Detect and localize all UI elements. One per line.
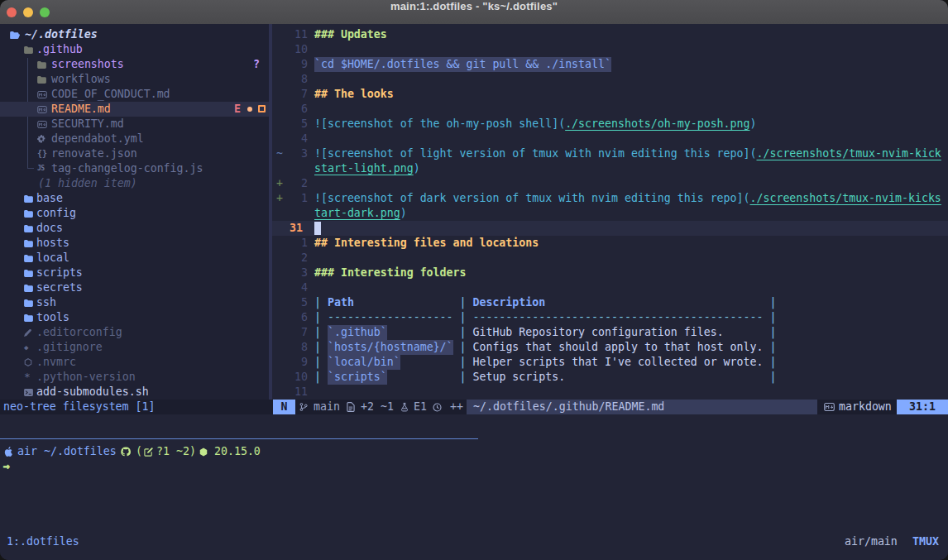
prompt-arrow-row[interactable]: → xyxy=(0,459,948,474)
line-number: 31 xyxy=(290,221,308,236)
editor-line[interactable]: 9| `local/bin` | Helper scripts that I'v… xyxy=(272,355,948,370)
tree-item-tools[interactable]: tools xyxy=(0,310,269,325)
tree-item-scripts[interactable]: scripts xyxy=(0,266,269,280)
editor-line[interactable]: tart-dark.png) xyxy=(272,206,948,221)
tree-item-label: docs xyxy=(36,221,63,236)
editor-line[interactable]: 8| `hosts/{hostname}/` | Configs that sh… xyxy=(272,340,948,355)
line-text: ![screenshot of dark version of tmux wit… xyxy=(314,191,941,206)
line-number: 5 xyxy=(290,295,308,310)
editor-line[interactable]: 5| Path | Description | xyxy=(272,295,948,310)
tree-item-secrets[interactable]: secrets xyxy=(0,280,269,295)
tree-item-hosts[interactable]: hosts xyxy=(0,236,269,251)
tree-item-label: add-submodules.sh xyxy=(36,385,149,400)
tree-item-local[interactable]: local xyxy=(0,251,269,266)
editor-line[interactable]: 10 xyxy=(272,42,948,57)
tree-item-workflows[interactable]: workflows xyxy=(0,72,269,87)
tree-item-gitignore[interactable]: ◆.gitignore xyxy=(0,340,269,355)
editor-line[interactable]: 1## Interesting files and locations xyxy=(272,236,948,251)
folder-open-icon xyxy=(10,31,20,39)
line-number: 10 xyxy=(290,370,308,385)
editor-line[interactable]: 7| `.github` | GitHub Repository configu… xyxy=(272,325,948,340)
window-titlebar: main:1:.dotfiles - "ks~/.dotfiles" xyxy=(0,0,948,24)
tree-item-dependabot-yml[interactable]: dependabot.yml xyxy=(0,132,269,146)
editor-line[interactable]: start-light.png) xyxy=(272,161,948,176)
tree-item-label: .python-version xyxy=(36,370,136,385)
editor-line[interactable]: 11 xyxy=(272,385,948,400)
editor-line[interactable]: 7## The looks xyxy=(272,87,948,102)
text-segment: | xyxy=(769,371,776,383)
line-text: | Path | Description | xyxy=(314,295,776,310)
tree-item-root[interactable]: ~/.dotfiles xyxy=(0,27,269,42)
flask-icon xyxy=(400,402,409,412)
editor-line[interactable]: +2 xyxy=(272,176,948,191)
editor-line[interactable]: 8 xyxy=(272,72,948,87)
line-number: 8 xyxy=(290,72,308,87)
text-segment: ## Interesting files and locations xyxy=(314,237,539,249)
tmux-label: TMUX xyxy=(912,534,939,549)
line-number: 11 xyxy=(290,27,308,42)
tree-item-label: .nvmrc xyxy=(36,355,76,370)
tmux-window-tab[interactable]: 1:.dotfiles xyxy=(7,534,79,549)
git-ignore-icon: ◆ xyxy=(24,340,28,355)
editor-line[interactable]: 11### Updates xyxy=(272,27,948,42)
text-segment: | xyxy=(769,341,776,353)
text-segment xyxy=(453,341,460,353)
editor-line[interactable]: 2 xyxy=(272,251,948,266)
tree-item-docs[interactable]: docs xyxy=(0,221,269,236)
diagnostics-section xyxy=(400,400,409,414)
text-segment: GitHub Repository configuration files. xyxy=(472,326,723,338)
tmux-session-name: air/main xyxy=(845,534,898,549)
editor-line[interactable]: ~3![screenshot of light version of tmux … xyxy=(272,146,948,161)
tree-item-code-of-conduct-md[interactable]: CODE_OF_CONDUCT.md xyxy=(0,87,269,102)
editor-line[interactable]: 5![screenshot of the oh-my-posh shell](.… xyxy=(272,117,948,132)
tmux-status-bar: 1:.dotfilesair/mainTMUX xyxy=(0,534,948,560)
text-segment: Helper scripts that I've collected or wr… xyxy=(472,356,763,368)
editor-line[interactable]: 4 xyxy=(272,132,948,146)
tree-item-1-hidden-item[interactable]: (1 hidden item) xyxy=(0,176,269,191)
line-text: ### Interesting folders xyxy=(314,266,466,280)
diagnostic-error-badge: E xyxy=(234,102,241,117)
tree-item-nvmrc[interactable]: .nvmrc xyxy=(0,355,269,370)
folder-icon xyxy=(24,240,33,247)
tree-item-editorconfig[interactable]: .editorconfig xyxy=(0,325,269,340)
editor-buffer[interactable]: 11### Updates109`cd $HOME/.dotfiles && g… xyxy=(272,24,948,400)
pen-icon xyxy=(24,329,31,337)
tree-item-add-submodules-sh[interactable]: add-submodules.sh xyxy=(0,385,269,400)
line-text: | ------------------- | ----------------… xyxy=(314,310,776,325)
tree-item-readme-md[interactable]: README.mdE xyxy=(0,102,269,117)
line-number: 2 xyxy=(290,176,308,191)
tree-item-renovate-json[interactable]: {}renovate.json xyxy=(0,146,269,161)
editor-line[interactable]: 6| ------------------- | ---------------… xyxy=(272,310,948,325)
text-segment: Path xyxy=(328,296,354,309)
text-segment: Description xyxy=(472,296,545,309)
tree-item-base[interactable]: base xyxy=(0,191,269,206)
editor-line[interactable]: 3### Interesting folders xyxy=(272,266,948,280)
editor-line[interactable]: 9`cd $HOME/.dotfiles && git pull && ./in… xyxy=(272,57,948,72)
line-number: 9 xyxy=(290,355,308,370)
editor-line[interactable]: 6 xyxy=(272,102,948,117)
text-segment xyxy=(565,371,769,383)
folder-icon xyxy=(24,195,33,203)
tree-item-github[interactable]: .github xyxy=(0,42,269,57)
folder-icon xyxy=(24,314,33,322)
tree-item-security-md[interactable]: SECURITY.md xyxy=(0,117,269,132)
editor-line[interactable]: 10| `scripts` | Setup scripts. | xyxy=(272,370,948,385)
text-segment: ./screenshots/tmux-nvim-kick xyxy=(756,147,941,160)
python-version-icon: * xyxy=(24,370,31,385)
folder-icon xyxy=(24,285,33,292)
text-segment: | xyxy=(545,296,776,309)
editor-line[interactable]: 4 xyxy=(272,280,948,295)
editor-line[interactable]: 31 xyxy=(272,221,948,236)
tree-item-ssh[interactable]: ssh xyxy=(0,295,269,310)
tree-item-tag-changelog-config-js[interactable]: JStag-changelog-config.js xyxy=(0,161,269,176)
editor-line[interactable]: +1![screenshot of dark version of tmux w… xyxy=(272,191,948,206)
text-segment: | xyxy=(460,326,473,338)
tree-item-config[interactable]: config xyxy=(0,206,269,221)
shell-pane[interactable]: air~/.dotfiles(?1 ~2)20.15.0→ xyxy=(0,439,948,534)
line-number: 1 xyxy=(290,236,308,251)
tree-item-screenshots[interactable]: screenshots? xyxy=(0,57,269,72)
tree-item-python-version[interactable]: *.python-version xyxy=(0,370,269,385)
node-version: 20.15.0 xyxy=(214,444,261,459)
file-icon xyxy=(347,402,355,412)
tree-item-label: dependabot.yml xyxy=(51,132,144,146)
